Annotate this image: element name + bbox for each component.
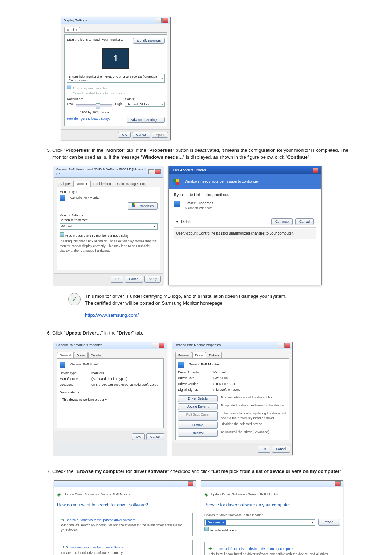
cb-extend-desktop [67, 90, 71, 94]
monitor-icon [178, 362, 184, 368]
uac-footer-text: User Account Control helps stop unauthor… [174, 229, 316, 239]
tab-monitor[interactable]: Monitor [74, 181, 90, 187]
window-title: Generic PnP Monitor Properties [175, 343, 221, 348]
cancel-button[interactable]: Cancel [272, 446, 290, 453]
close-icon[interactable] [335, 481, 341, 486]
window-controls [156, 18, 168, 23]
ok-button[interactable]: OK [111, 276, 123, 283]
resolution-slider[interactable] [76, 104, 113, 107]
chevron-down-icon[interactable]: ▾ [176, 219, 178, 225]
wizard-option-auto[interactable]: ➔ Search automatically for updated drive… [57, 513, 193, 536]
titlebar: Display Settings [61, 17, 170, 24]
tab-monitor[interactable]: Monitor [64, 27, 80, 32]
close-icon[interactable] [313, 168, 318, 173]
cancel-button[interactable]: Cancel [132, 132, 150, 138]
uac-started-text: If you started this action, continue. [174, 193, 316, 198]
driver-details-button[interactable]: Driver Details [178, 395, 218, 402]
screenshot-props-driver: Generic PnP Monitor Properties General D… [172, 342, 293, 455]
path-dropdown[interactable]: Documents▾ [204, 519, 315, 526]
ok-button[interactable]: OK [258, 446, 270, 453]
uninstall-button[interactable]: Uninstall [178, 430, 218, 437]
monitor-selector[interactable]: 1. (Multiple Monitors) on NVIDIA GeForce… [67, 74, 165, 83]
screenshot-wizard-browse: ◉Update Driver Software - Generic PnP Mo… [201, 480, 343, 555]
cb-hide-modes[interactable] [60, 232, 64, 237]
document-page: Display Settings Monitor Drag the icons … [0, 0, 392, 555]
help-icon[interactable] [152, 343, 158, 348]
check-icon: ✓ [68, 293, 81, 305]
help-icon[interactable] [278, 343, 283, 348]
back-icon[interactable]: ◉ [57, 491, 61, 498]
resolution-value: 1280 by 1024 pixels [67, 110, 122, 114]
help-icon[interactable] [148, 169, 154, 174]
tab-driver[interactable]: Driver [192, 352, 206, 358]
screenshot-wizard-search: ◉Update Driver Software - Generic PnP Mo… [54, 480, 196, 555]
back-icon[interactable]: ◉ [204, 491, 208, 498]
close-icon[interactable] [284, 343, 290, 348]
cancel-button[interactable]: Cancel [295, 218, 314, 225]
apply-button: Apply [152, 132, 168, 138]
tab-general[interactable]: General [57, 352, 74, 358]
continue-button[interactable]: Continue [271, 218, 293, 225]
step-6: Click "Update Driver…" in the "Driver" t… [52, 330, 348, 457]
tab-details[interactable]: Details [88, 352, 103, 358]
arrow-icon: ➔ [61, 517, 65, 522]
tab-driver[interactable]: Driver [74, 352, 88, 358]
window-title: Generic PnP Monitor Properties [56, 343, 102, 348]
samsung-link[interactable]: http://www.samsung.com/ [85, 312, 139, 318]
window-title: Generic PnP Monitor and NVIDIA GeForce 6… [56, 167, 148, 177]
monitor-icon[interactable]: 1 [102, 48, 129, 69]
cb-main-monitor [67, 85, 71, 89]
close-icon[interactable] [188, 481, 193, 486]
app-icon [174, 201, 180, 207]
wizard-heading: Browse for driver software on your compu… [204, 502, 340, 508]
identify-monitors-button[interactable]: Identify Monitors [133, 38, 165, 44]
tab-general[interactable]: General [175, 352, 192, 358]
minimize-icon[interactable] [156, 18, 162, 23]
ok-button[interactable]: OK [118, 132, 131, 138]
close-icon[interactable] [162, 18, 168, 23]
certification-note: ✓ This monitor driver is under certifyin… [68, 293, 348, 319]
tab-troubleshoot[interactable]: Troubleshoot [90, 181, 114, 187]
shield-icon [132, 203, 135, 207]
refresh-rate-dropdown[interactable]: 60 Hertz▾ [60, 223, 158, 230]
uac-message: Windows needs your permission to contion… [185, 179, 259, 185]
colors-dropdown[interactable]: Highest (32 bit)▾ [125, 102, 165, 107]
colors-label: Colors: [125, 97, 165, 101]
update-driver-button[interactable]: Update Driver... [178, 403, 218, 410]
chevron-down-icon: ▾ [154, 224, 156, 229]
wizard-heading: How do you want to search for driver sof… [57, 502, 193, 508]
step-7: Check the "Browse my computer for driver… [52, 468, 348, 555]
details-toggle[interactable]: Details [181, 219, 269, 225]
cb-include-subfolders[interactable] [204, 527, 209, 531]
arrow-icon: ➔ [61, 544, 65, 550]
arrow-icon: ➔ [208, 546, 212, 551]
chevron-down-icon: ▾ [161, 77, 163, 80]
screenshot-monitor-props: Generic PnP Monitor and NVIDIA GeForce 6… [54, 166, 163, 285]
help-link[interactable]: How do I get the best display? [67, 117, 111, 123]
ok-button[interactable]: OK [132, 433, 145, 440]
window-title: User Account Control [172, 168, 206, 173]
tab-details[interactable]: Details [207, 352, 222, 358]
browse-button[interactable]: Browse... [318, 519, 340, 526]
wizard-option-browse[interactable]: ➔ Browse my computer for driver software… [57, 540, 193, 555]
wizard-option-pick-list[interactable]: ➔ Let me pick from a list of device driv… [204, 542, 340, 555]
cancel-button[interactable]: Cancel [146, 433, 164, 440]
hide-modes-warning: Clearing this check box allows you to se… [60, 239, 158, 253]
chevron-down-icon: ▾ [312, 520, 314, 525]
properties-button[interactable]: Properties [128, 202, 158, 210]
tab-color-mgmt[interactable]: Color Management [115, 181, 148, 187]
close-icon[interactable] [155, 169, 161, 174]
screenshot-uac: User Account Control Windows needs your … [168, 166, 322, 285]
resolution-label: Resolution: [67, 97, 122, 101]
monitor-icon [60, 195, 65, 201]
window-title: Display Settings [64, 19, 87, 22]
screenshot-props-general: Generic PnP Monitor Properties General D… [54, 342, 167, 455]
step-5: Click "Properties" in the "Monitor" tab.… [52, 147, 348, 319]
disable-button[interactable]: Disable [178, 422, 218, 429]
advanced-settings-button[interactable]: Advanced Settings... [127, 117, 165, 123]
shield-icon [173, 179, 179, 185]
cancel-button[interactable]: Cancel [125, 276, 143, 283]
refresh-rate-label: Screen refresh rate: [60, 218, 158, 223]
close-icon[interactable] [159, 343, 164, 348]
tab-adapter[interactable]: Adapter [57, 181, 74, 187]
